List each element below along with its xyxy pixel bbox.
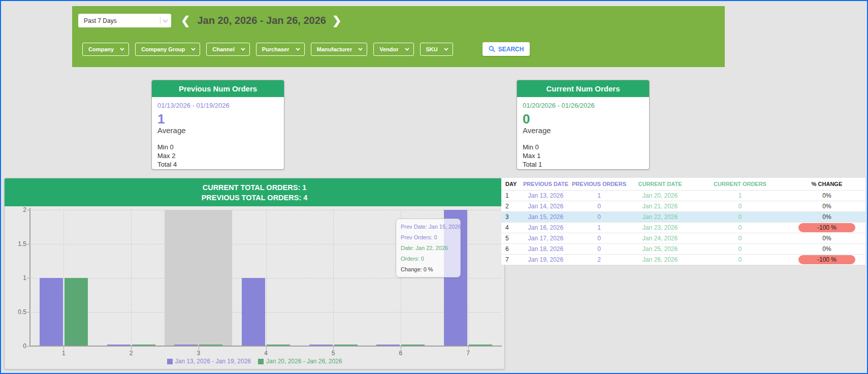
vertical-gridline: [333, 210, 334, 346]
y-axis-tick: [27, 312, 29, 313]
y-axis-line: [29, 208, 30, 346]
cell-day: 6: [501, 243, 522, 254]
chart-header-current-total: CURRENT TOTAL ORDERS: 1: [5, 183, 504, 192]
previous-card-total: Total 4: [157, 160, 278, 169]
current-card-body: 01/20/2026 - 01/26/2026 0 Average Min 0 …: [517, 97, 649, 173]
chart-header: CURRENT TOTAL ORDERS: 1 PREVIOUS TOTAL O…: [5, 178, 504, 206]
date-navigation-row: Past 7 Days ❮ Jan 20, 2026 - Jan 26, 202…: [78, 14, 341, 27]
chart-header-previous-total: PREVIOUS TOTAL ORDERS: 4: [5, 194, 504, 202]
x-tick-label: 6: [391, 350, 411, 357]
cell-previous-orders: 0: [570, 211, 628, 222]
col-header-current-orders: CURRENT ORDERS: [692, 178, 788, 190]
table-header-row: DAYPREVIOUS DATEPREVIOUS ORDERSCURRENT D…: [501, 178, 865, 190]
x-tick-label: 4: [256, 350, 276, 357]
filter-company-group-label: Company Group: [141, 46, 185, 52]
x-axis-line: [29, 346, 502, 347]
cell-percent-change: 0%: [788, 211, 865, 222]
filter-channel[interactable]: Channel: [206, 43, 249, 56]
cell-previous-orders: 0: [570, 201, 628, 211]
current-card-date-range: 01/20/2026 - 01/26/2026: [523, 102, 644, 109]
filter-manufacturer-label: Manufacturer: [317, 46, 352, 52]
cell-day: 4: [501, 222, 522, 233]
chevron-down-icon: [296, 46, 300, 50]
y-tick-label: 0.5: [5, 308, 26, 316]
legend-swatch-icon: [167, 359, 173, 364]
table-row[interactable]: 3Jan 15, 20260Jan 22, 202600%: [501, 211, 865, 222]
previous-orders-bar[interactable]: [40, 278, 63, 346]
cell-day: 7: [501, 254, 522, 265]
y-tick-label: 1: [5, 274, 26, 282]
chevron-down-icon: [120, 46, 124, 50]
hover-highlight-band: [165, 210, 232, 346]
cell-current-date: Jan 23, 2026: [628, 222, 692, 233]
orders-comparison-table: DAYPREVIOUS DATEPREVIOUS ORDERSCURRENT D…: [501, 178, 865, 265]
cell-previous-date: Jan 19, 2026: [522, 254, 570, 265]
chevron-down-icon: [241, 46, 245, 50]
cell-current-date: Jan 20, 2026: [628, 190, 692, 201]
table-row[interactable]: 2Jan 14, 20260Jan 21, 202600%: [501, 201, 865, 211]
filter-sku[interactable]: SKU: [420, 43, 453, 56]
x-tick-label: 3: [188, 350, 209, 357]
y-axis-tick: [27, 278, 29, 278]
cell-current-orders: 0: [692, 254, 788, 265]
current-num-orders-card: Current Num Orders 01/20/2026 - 01/26/20…: [517, 80, 650, 170]
date-range-select[interactable]: Past 7 Days: [78, 14, 171, 27]
chevron-down-icon: [358, 46, 362, 50]
table-row[interactable]: 7Jan 19, 20262Jan 26, 20260-100 %: [501, 254, 865, 265]
current-card-title: Current Num Orders: [517, 80, 649, 97]
previous-orders-bar[interactable]: [242, 278, 265, 346]
filter-purchaser[interactable]: Purchaser: [256, 43, 305, 56]
table-row[interactable]: 1Jan 13, 20261Jan 20, 202610%: [501, 190, 865, 201]
search-button[interactable]: SEARCH: [483, 42, 530, 56]
y-tick-label: 1.5: [5, 240, 26, 247]
legend-swatch-icon: [258, 359, 264, 364]
cell-current-date: Jan 26, 2026: [628, 254, 692, 265]
cell-previous-date: Jan 14, 2026: [522, 201, 570, 211]
negative-change-badge: -100 %: [798, 223, 855, 232]
dashboard-page: Past 7 Days ❮ Jan 20, 2026 - Jan 26, 202…: [0, 0, 868, 374]
table-row[interactable]: 6Jan 18, 20260Jan 25, 202600%: [501, 243, 865, 254]
next-period-button[interactable]: ❯: [332, 14, 341, 27]
filter-manufacturer[interactable]: Manufacturer: [311, 43, 368, 56]
cell-percent-change: -100 %: [788, 222, 865, 233]
tooltip-line: Orders: 0: [401, 256, 456, 262]
cell-current-orders: 0: [692, 201, 788, 211]
cell-day: 3: [501, 211, 522, 222]
cell-current-date: Jan 24, 2026: [628, 233, 692, 243]
col-header-previous-orders: PREVIOUS ORDERS: [570, 178, 628, 190]
cell-previous-orders: 1: [570, 190, 628, 201]
cell-current-orders: 1: [692, 190, 788, 201]
tooltip-line: Prev Date: Jan 15, 2026: [401, 224, 456, 230]
previous-card-max: Max 2: [157, 151, 278, 160]
cell-previous-date: Jan 18, 2026: [522, 243, 570, 254]
cell-previous-orders: 2: [570, 254, 628, 265]
previous-num-orders-card: Previous Num Orders 01/13/2026 - 01/19/2…: [151, 80, 284, 170]
cell-percent-change: -100 %: [788, 254, 865, 265]
current-orders-bar[interactable]: [65, 278, 88, 346]
previous-card-date-range: 01/13/2026 - 01/19/2026: [157, 102, 278, 109]
cell-percent-change: 0%: [788, 233, 865, 243]
table-row[interactable]: 4Jan 16, 20261Jan 23, 20260-100 %: [501, 222, 865, 233]
chart-tooltip: Prev Date: Jan 15, 2026Prev Orders: 0Dat…: [396, 219, 461, 277]
filter-vendor[interactable]: Vendor: [373, 43, 413, 56]
filter-company-label: Company: [88, 46, 114, 52]
col-header-previous-date: PREVIOUS DATE: [522, 178, 570, 190]
col-header-change: % CHANGE: [788, 178, 865, 190]
vertical-gridline: [266, 210, 267, 346]
cell-current-orders: 0: [692, 222, 788, 233]
filter-sku-label: SKU: [426, 46, 438, 52]
col-header-day: DAY: [501, 178, 522, 190]
previous-period-button[interactable]: ❮: [181, 14, 190, 27]
filter-company[interactable]: Company: [82, 43, 129, 56]
previous-card-min: Min 0: [157, 143, 278, 151]
filter-purchaser-label: Purchaser: [262, 46, 290, 52]
filter-company-group[interactable]: Company Group: [135, 43, 200, 56]
filter-buttons: CompanyCompany GroupChannelPurchaserManu…: [82, 43, 453, 56]
y-axis-tick: [27, 210, 29, 210]
previous-card-average-value: 1: [157, 112, 278, 126]
cell-current-date: Jan 22, 2026: [628, 211, 692, 222]
y-tick-label: 2: [5, 206, 26, 213]
table-row[interactable]: 5Jan 17, 20260Jan 24, 202600%: [501, 233, 865, 243]
previous-card-title: Previous Num Orders: [152, 80, 284, 97]
cell-previous-date: Jan 16, 2026: [522, 222, 570, 233]
